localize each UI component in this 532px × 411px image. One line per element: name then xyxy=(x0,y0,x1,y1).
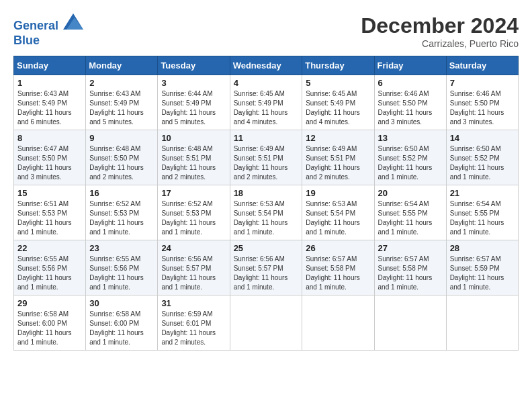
calendar-cell: 1Sunrise: 6:43 AMSunset: 5:49 PMDaylight… xyxy=(14,75,86,130)
day-number: 10 xyxy=(161,133,226,143)
day-number: 5 xyxy=(306,78,370,88)
day-info: Sunrise: 6:52 AMSunset: 5:53 PMDaylight:… xyxy=(161,199,226,237)
day-number: 2 xyxy=(89,78,154,88)
day-number: 21 xyxy=(450,188,515,198)
day-info: Sunrise: 6:53 AMSunset: 5:54 PMDaylight:… xyxy=(234,199,299,237)
calendar-cell: 16Sunrise: 6:52 AMSunset: 5:53 PMDayligh… xyxy=(86,185,158,240)
logo-subtext: Blue xyxy=(13,34,83,48)
day-number: 18 xyxy=(234,188,299,198)
day-number: 13 xyxy=(378,133,443,143)
calendar-cell: 6Sunrise: 6:46 AMSunset: 5:50 PMDaylight… xyxy=(374,75,446,130)
location: Carrizales, Puerto Rico xyxy=(361,38,519,49)
day-info: Sunrise: 6:48 AMSunset: 5:51 PMDaylight:… xyxy=(161,144,226,182)
calendar-cell: 24Sunrise: 6:56 AMSunset: 5:57 PMDayligh… xyxy=(158,240,230,295)
day-number: 15 xyxy=(17,188,82,198)
day-info: Sunrise: 6:49 AMSunset: 5:51 PMDaylight:… xyxy=(306,144,370,182)
day-number: 26 xyxy=(306,243,370,253)
calendar-cell xyxy=(302,295,374,351)
day-number: 4 xyxy=(234,78,299,88)
day-info: Sunrise: 6:59 AMSunset: 6:01 PMDaylight:… xyxy=(161,310,226,347)
day-info: Sunrise: 6:48 AMSunset: 5:50 PMDaylight:… xyxy=(89,144,154,182)
day-number: 17 xyxy=(161,188,226,198)
day-info: Sunrise: 6:51 AMSunset: 5:53 PMDaylight:… xyxy=(17,199,82,237)
calendar-week-4: 22Sunrise: 6:55 AMSunset: 5:56 PMDayligh… xyxy=(14,240,519,295)
day-info: Sunrise: 6:53 AMSunset: 5:54 PMDaylight:… xyxy=(306,199,370,237)
calendar-week-3: 15Sunrise: 6:51 AMSunset: 5:53 PMDayligh… xyxy=(14,185,519,240)
day-info: Sunrise: 6:43 AMSunset: 5:49 PMDaylight:… xyxy=(89,89,154,127)
day-info: Sunrise: 6:54 AMSunset: 5:55 PMDaylight:… xyxy=(378,199,443,237)
calendar-cell: 19Sunrise: 6:53 AMSunset: 5:54 PMDayligh… xyxy=(302,185,374,240)
calendar-cell: 31Sunrise: 6:59 AMSunset: 6:01 PMDayligh… xyxy=(158,295,230,351)
day-number: 19 xyxy=(306,188,370,198)
calendar-cell: 22Sunrise: 6:55 AMSunset: 5:56 PMDayligh… xyxy=(14,240,86,295)
calendar-cell: 7Sunrise: 6:46 AMSunset: 5:50 PMDaylight… xyxy=(446,75,518,130)
calendar-cell: 29Sunrise: 6:58 AMSunset: 6:00 PMDayligh… xyxy=(14,295,86,351)
day-info: Sunrise: 6:55 AMSunset: 5:56 PMDaylight:… xyxy=(17,255,82,292)
logo-icon xyxy=(63,13,83,30)
calendar-cell: 26Sunrise: 6:57 AMSunset: 5:58 PMDayligh… xyxy=(302,240,374,295)
title-block: December 2024 Carrizales, Puerto Rico xyxy=(361,13,519,49)
calendar: SundayMondayTuesdayWednesdayThursdayFrid… xyxy=(13,56,519,351)
calendar-cell: 13Sunrise: 6:50 AMSunset: 5:52 PMDayligh… xyxy=(374,130,446,185)
day-header-friday: Friday xyxy=(374,56,446,75)
day-number: 8 xyxy=(17,133,82,143)
day-info: Sunrise: 6:50 AMSunset: 5:52 PMDaylight:… xyxy=(378,144,443,182)
day-number: 31 xyxy=(161,298,226,308)
day-number: 9 xyxy=(89,133,154,143)
day-number: 20 xyxy=(378,188,443,198)
day-info: Sunrise: 6:58 AMSunset: 6:00 PMDaylight:… xyxy=(89,310,154,347)
calendar-cell xyxy=(446,295,518,351)
day-info: Sunrise: 6:50 AMSunset: 5:52 PMDaylight:… xyxy=(450,144,515,182)
day-info: Sunrise: 6:54 AMSunset: 5:55 PMDaylight:… xyxy=(450,199,515,237)
calendar-cell: 17Sunrise: 6:52 AMSunset: 5:53 PMDayligh… xyxy=(158,185,230,240)
calendar-cell: 9Sunrise: 6:48 AMSunset: 5:50 PMDaylight… xyxy=(86,130,158,185)
day-number: 29 xyxy=(17,298,82,308)
day-info: Sunrise: 6:49 AMSunset: 5:51 PMDaylight:… xyxy=(234,144,299,182)
month-title: December 2024 xyxy=(361,13,519,38)
calendar-cell xyxy=(230,295,302,351)
day-number: 3 xyxy=(161,78,226,88)
calendar-cell: 14Sunrise: 6:50 AMSunset: 5:52 PMDayligh… xyxy=(446,130,518,185)
logo-text: General xyxy=(13,13,83,34)
calendar-cell: 15Sunrise: 6:51 AMSunset: 5:53 PMDayligh… xyxy=(14,185,86,240)
calendar-cell: 27Sunrise: 6:57 AMSunset: 5:58 PMDayligh… xyxy=(374,240,446,295)
day-header-monday: Monday xyxy=(86,56,158,75)
day-number: 14 xyxy=(450,133,515,143)
calendar-cell: 21Sunrise: 6:54 AMSunset: 5:55 PMDayligh… xyxy=(446,185,518,240)
day-info: Sunrise: 6:56 AMSunset: 5:57 PMDaylight:… xyxy=(161,255,226,292)
day-info: Sunrise: 6:47 AMSunset: 5:50 PMDaylight:… xyxy=(17,144,82,182)
day-info: Sunrise: 6:45 AMSunset: 5:49 PMDaylight:… xyxy=(234,89,299,127)
day-info: Sunrise: 6:46 AMSunset: 5:50 PMDaylight:… xyxy=(450,89,515,127)
day-number: 7 xyxy=(450,78,515,88)
calendar-cell: 28Sunrise: 6:57 AMSunset: 5:59 PMDayligh… xyxy=(446,240,518,295)
page-header: General Blue December 2024 Carrizales, P… xyxy=(13,13,519,49)
day-number: 25 xyxy=(234,243,299,253)
calendar-cell: 11Sunrise: 6:49 AMSunset: 5:51 PMDayligh… xyxy=(230,130,302,185)
day-number: 12 xyxy=(306,133,370,143)
logo: General Blue xyxy=(13,13,83,48)
day-info: Sunrise: 6:45 AMSunset: 5:49 PMDaylight:… xyxy=(306,89,370,127)
calendar-cell: 20Sunrise: 6:54 AMSunset: 5:55 PMDayligh… xyxy=(374,185,446,240)
day-number: 22 xyxy=(17,243,82,253)
calendar-cell: 2Sunrise: 6:43 AMSunset: 5:49 PMDaylight… xyxy=(86,75,158,130)
calendar-cell: 25Sunrise: 6:56 AMSunset: 5:57 PMDayligh… xyxy=(230,240,302,295)
day-number: 16 xyxy=(89,188,154,198)
calendar-header-row: SundayMondayTuesdayWednesdayThursdayFrid… xyxy=(14,56,519,75)
day-number: 11 xyxy=(234,133,299,143)
day-info: Sunrise: 6:57 AMSunset: 5:59 PMDaylight:… xyxy=(450,255,515,292)
calendar-cell: 8Sunrise: 6:47 AMSunset: 5:50 PMDaylight… xyxy=(14,130,86,185)
calendar-week-5: 29Sunrise: 6:58 AMSunset: 6:00 PMDayligh… xyxy=(14,295,519,351)
calendar-week-2: 8Sunrise: 6:47 AMSunset: 5:50 PMDaylight… xyxy=(14,130,519,185)
day-number: 24 xyxy=(161,243,226,253)
day-info: Sunrise: 6:56 AMSunset: 5:57 PMDaylight:… xyxy=(234,255,299,292)
day-header-thursday: Thursday xyxy=(302,56,374,75)
day-number: 6 xyxy=(378,78,443,88)
calendar-cell xyxy=(374,295,446,351)
calendar-cell: 5Sunrise: 6:45 AMSunset: 5:49 PMDaylight… xyxy=(302,75,374,130)
day-info: Sunrise: 6:55 AMSunset: 5:56 PMDaylight:… xyxy=(89,255,154,292)
calendar-week-1: 1Sunrise: 6:43 AMSunset: 5:49 PMDaylight… xyxy=(14,75,519,130)
calendar-cell: 4Sunrise: 6:45 AMSunset: 5:49 PMDaylight… xyxy=(230,75,302,130)
day-number: 30 xyxy=(89,298,154,308)
day-header-wednesday: Wednesday xyxy=(230,56,302,75)
calendar-cell: 12Sunrise: 6:49 AMSunset: 5:51 PMDayligh… xyxy=(302,130,374,185)
